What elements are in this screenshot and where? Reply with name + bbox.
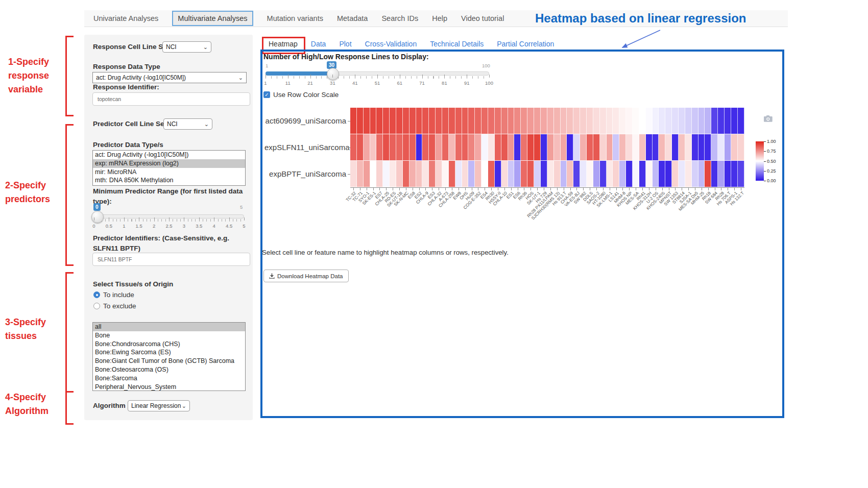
heatmap-cell[interactable] xyxy=(593,108,600,134)
heatmap-cell[interactable] xyxy=(580,134,587,161)
heatmap-cell[interactable] xyxy=(376,161,383,187)
tissue-option[interactable]: Bone:Sarcoma xyxy=(93,374,245,383)
nav-item-mutation-variants[interactable]: Mutation variants xyxy=(267,14,323,22)
heatmap-cell[interactable] xyxy=(600,134,607,161)
heatmap-cell[interactable] xyxy=(455,161,462,187)
heatmap-cell[interactable] xyxy=(679,108,685,134)
tab-data[interactable]: Data xyxy=(311,40,326,48)
heatmap-cell[interactable] xyxy=(376,134,383,161)
heatmap-cell[interactable] xyxy=(607,134,613,161)
heatmap-cell[interactable] xyxy=(607,161,613,187)
heatmap-cell[interactable] xyxy=(692,161,698,187)
heatmap-row-label[interactable]: expSLFN11_uniSarcoma xyxy=(264,143,346,152)
heatmap-cell[interactable] xyxy=(534,161,541,187)
heatmap-cell[interactable] xyxy=(554,108,561,134)
heatmap-cell[interactable] xyxy=(587,108,593,134)
heatmap-cell[interactable] xyxy=(580,108,587,134)
nav-item-search-ids[interactable]: Search IDs xyxy=(381,14,418,22)
tissues-listbox[interactable]: allBoneBone:Chondrosarcoma (CHS)Bone:Ewi… xyxy=(92,322,246,391)
heatmap-cell[interactable] xyxy=(718,134,725,161)
heatmap-cell[interactable] xyxy=(561,108,567,134)
heatmap-cell[interactable] xyxy=(705,161,711,187)
heatmap-cell[interactable] xyxy=(370,108,377,134)
heatmap-cell[interactable] xyxy=(383,161,390,187)
heatmap-cell[interactable] xyxy=(698,134,705,161)
heatmap-cell[interactable] xyxy=(396,134,403,161)
heatmap-cell[interactable] xyxy=(350,161,357,187)
heatmap-cell[interactable] xyxy=(514,108,521,134)
tab-technical-details[interactable]: Technical Details xyxy=(430,40,484,48)
tissue-option[interactable]: all xyxy=(93,323,245,331)
heatmap-cell[interactable] xyxy=(600,161,607,187)
heatmap-cell[interactable] xyxy=(350,134,357,161)
heatmap-cell[interactable] xyxy=(364,161,370,187)
heatmap-cell[interactable] xyxy=(514,134,521,161)
heatmap-cell[interactable] xyxy=(409,161,416,187)
tab-heatmap[interactable]: Heatmap xyxy=(269,40,298,48)
heatmap-cell[interactable] xyxy=(573,134,580,161)
response-cell-line-set-select[interactable]: NCI ⌄ xyxy=(162,41,211,53)
heatmap-cell[interactable] xyxy=(653,161,659,187)
heatmap-cell[interactable] xyxy=(725,108,731,134)
heatmap-cell[interactable] xyxy=(403,134,409,161)
heatmap-cell[interactable] xyxy=(390,134,396,161)
to-include-radio[interactable] xyxy=(93,291,100,298)
heatmap-cell[interactable] xyxy=(521,161,527,187)
heatmap-cell[interactable] xyxy=(501,134,508,161)
heatmap-cell[interactable] xyxy=(593,134,600,161)
heatmap-cell[interactable] xyxy=(633,161,639,187)
heatmap-cell[interactable] xyxy=(422,108,429,134)
heatmap-cell[interactable] xyxy=(390,108,396,134)
heatmap-cell[interactable] xyxy=(495,134,501,161)
predictor-data-type-option[interactable]: mir: MicroRNA xyxy=(93,168,245,177)
heatmap-cell[interactable] xyxy=(619,134,626,161)
heatmap-cell[interactable] xyxy=(633,108,639,134)
to-exclude-radio[interactable] xyxy=(93,303,100,309)
algorithm-select[interactable]: Linear Regression ⌄ xyxy=(128,400,190,411)
heatmap-cell[interactable] xyxy=(607,108,613,134)
heatmap-cell[interactable] xyxy=(541,161,547,187)
predictor-identifiers-input[interactable]: SLFN11 BPTF xyxy=(92,253,250,266)
heatmap-cell[interactable] xyxy=(561,161,567,187)
tissue-option[interactable]: Bone:Ewing Sarcoma (ES) xyxy=(93,348,245,357)
heatmap-cell[interactable] xyxy=(672,161,679,187)
heatmap-cell[interactable] xyxy=(567,134,573,161)
tissue-option[interactable]: Peripheral_Nervous_System xyxy=(93,383,245,391)
heatmap-cell[interactable] xyxy=(357,108,364,134)
heatmap-cell[interactable] xyxy=(692,134,698,161)
heatmap-cell[interactable] xyxy=(396,108,403,134)
heatmap-cell[interactable] xyxy=(731,161,738,187)
heatmap-cell[interactable] xyxy=(521,108,527,134)
heatmap-cell[interactable] xyxy=(639,134,646,161)
heatmap-cell[interactable] xyxy=(409,134,416,161)
heatmap-cell[interactable] xyxy=(705,108,711,134)
heatmap-cell[interactable] xyxy=(613,108,619,134)
heatmap-cell[interactable] xyxy=(390,161,396,187)
heatmap-cell[interactable] xyxy=(725,161,731,187)
heatmap-cell[interactable] xyxy=(534,108,541,134)
heatmap-cell[interactable] xyxy=(508,161,515,187)
heatmap-cell[interactable] xyxy=(468,134,475,161)
nav-item-video-tutorial[interactable]: Video tutorial xyxy=(461,14,504,22)
heatmap-cell[interactable] xyxy=(679,161,685,187)
row-color-scale-checkbox[interactable]: ✓ xyxy=(263,91,270,98)
heatmap-cell[interactable] xyxy=(370,161,377,187)
heatmap-cell[interactable] xyxy=(685,134,692,161)
heatmap-cell[interactable] xyxy=(475,161,481,187)
response-identifier-input[interactable]: topotecan xyxy=(92,92,250,106)
heatmap-cell[interactable] xyxy=(718,161,725,187)
nav-item-multivariate-analyses[interactable]: Multivariate Analyses xyxy=(172,11,253,26)
heatmap-cell[interactable] xyxy=(409,108,416,134)
tab-plot[interactable]: Plot xyxy=(339,40,351,48)
heatmap-cell[interactable] xyxy=(481,161,488,187)
heatmap-cell[interactable] xyxy=(462,108,469,134)
predictor-data-types-listbox[interactable]: act: Drug Activity (-log10[IC50M])exp: m… xyxy=(92,150,246,186)
heatmap-cell[interactable] xyxy=(370,134,377,161)
heatmap-cell[interactable] xyxy=(665,134,672,161)
heatmap-cell[interactable] xyxy=(646,134,653,161)
heatmap-cell[interactable] xyxy=(475,134,481,161)
heatmap-cell[interactable] xyxy=(613,134,619,161)
heatmap-cell[interactable] xyxy=(685,108,692,134)
heatmap-cell[interactable] xyxy=(738,161,744,187)
heatmap-cell[interactable] xyxy=(383,134,390,161)
